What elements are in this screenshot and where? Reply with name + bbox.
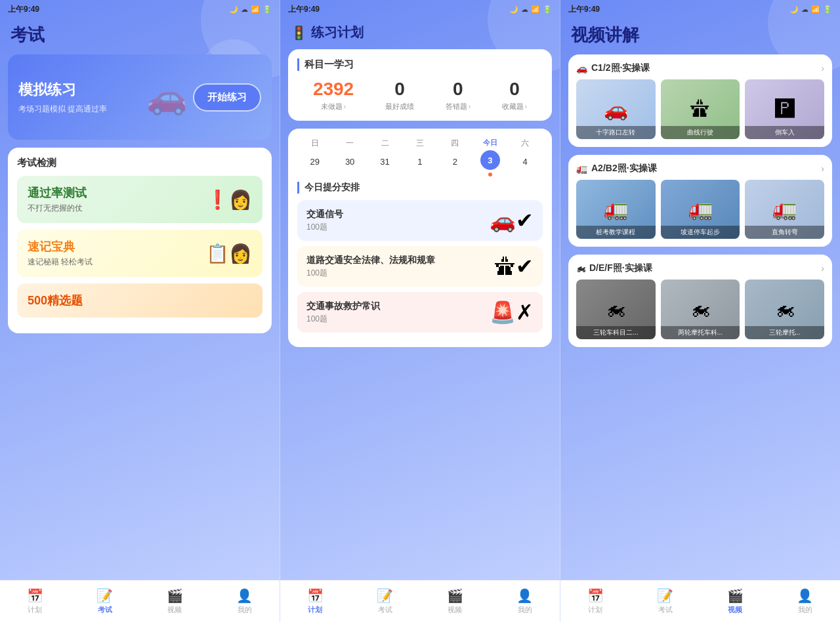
- schedule-traffic-signal[interactable]: 交通信号 100题 🚗✔: [297, 200, 543, 241]
- detection-item-memo[interactable]: 速记宝典 速记秘籍 轻松考试 📋👩: [17, 230, 262, 277]
- exam-content: 🚗 模拟练习 考场习题模拟 提高通过率 开始练习 考试检测 通过率测试 不打无把…: [0, 49, 280, 580]
- video-thumb-right-angle[interactable]: 🚛 直角转弯: [745, 180, 824, 239]
- nav-plan-1[interactable]: 📅 计划: [0, 588, 70, 615]
- nav-video-icon-3: 🎬: [727, 588, 744, 604]
- cal-day-mon[interactable]: 一 30: [338, 138, 362, 176]
- schedule-first-aid[interactable]: 交通事故救护常识 100题 🚨✗: [297, 292, 543, 333]
- bottom-nav-1: 📅 计划 📝 考试 🎬 视频 👤 我的: [0, 580, 280, 622]
- nav-plan-2[interactable]: 📅 计划: [280, 588, 350, 615]
- def-section-title: D/E/F照·实操课: [589, 262, 652, 274]
- nav-plan-3[interactable]: 📅 计划: [560, 588, 631, 615]
- schedule-signal-count: 100题: [306, 222, 343, 233]
- schedule-signal-text: 交通信号 100题: [306, 209, 343, 233]
- stat-wrong-value: 0: [446, 79, 471, 100]
- stat-wrong[interactable]: 0 答错题 ›: [446, 79, 471, 112]
- video-panel: 上午9:49 🌙 ☁ 📶 🔋 视频讲解 🚗 C1/2照·实操课 › 🚗: [560, 0, 840, 622]
- video-thumb-reverse[interactable]: 🅿 倒车入: [745, 79, 824, 139]
- nav-exam-label-3: 考试: [658, 605, 673, 615]
- cal-day-thu[interactable]: 四 2: [443, 138, 467, 176]
- c12-section-title: C1/2照·实操课: [591, 62, 650, 74]
- stat-undone[interactable]: 2392 未做题 ›: [313, 79, 354, 112]
- plan-title-row: 🚦 练习计划: [291, 24, 549, 41]
- detection-item-500[interactable]: 500精选题: [17, 283, 262, 318]
- stat-fav[interactable]: 0 收藏题 ›: [502, 79, 527, 112]
- video-thumb-curve[interactable]: 🛣 曲线行驶: [661, 79, 740, 139]
- c12-title-left: 🚗 C1/2照·实操课: [576, 62, 650, 74]
- video-thumb-tricycle[interactable]: 🏍 三轮车科目二...: [576, 280, 656, 339]
- cal-day-today[interactable]: 今日 3: [478, 138, 502, 176]
- status-bar-1: 上午9:49 🌙 ☁ 📶 🔋: [0, 0, 280, 18]
- video-section-c12: 🚗 C1/2照·实操课 › 🚗 十字路口左转 🛣 曲线行驶 🅿 倒车入: [568, 54, 832, 147]
- nav-video-2[interactable]: 🎬 视频: [420, 588, 490, 615]
- plan-title-text: 练习计划: [311, 24, 364, 41]
- nav-video-icon-1: 🎬: [167, 588, 183, 604]
- cal-day-wed[interactable]: 三 1: [408, 138, 432, 176]
- status-bar-3: 上午9:49 🌙 ☁ 📶 🔋: [560, 0, 840, 18]
- nav-my-icon-1: 👤: [236, 588, 253, 604]
- nav-video-icon-2: 🎬: [447, 588, 463, 604]
- a2b2-thumbnails: 🚛 桩考教学课程 🚛 坡道停车起步 🚛 直角转弯: [576, 180, 824, 239]
- calendar-row: 日 29 一 30 二 31 三 1 四 2: [297, 138, 543, 176]
- detection-pass-text: 通过率测试 不打无把握的仗: [28, 185, 87, 214]
- stat-best-label: 最好成绩: [385, 102, 414, 112]
- video-thumb-3wheel-moto[interactable]: 🏍 三轮摩托...: [745, 280, 824, 339]
- a2b2-arrow-icon[interactable]: ›: [821, 163, 824, 174]
- cal-name-today: 今日: [483, 138, 497, 148]
- curve-label: 曲线行驶: [661, 126, 740, 139]
- slope-label: 坡道停车起步: [661, 226, 740, 239]
- stat-undone-value: 2392: [313, 79, 354, 100]
- nav-plan-icon-3: 📅: [587, 588, 604, 604]
- subject1-card: 科目一学习 2392 未做题 › 0 最好成绩 0 答错题 › 0 收藏题 ›: [288, 49, 552, 121]
- cal-today-dot: [488, 173, 492, 176]
- hero-text: 模拟练习 考场习题模拟 提高通过率: [18, 80, 107, 115]
- bottom-nav-2: 📅 计划 📝 考试 🎬 视频 👤 我的: [280, 580, 560, 622]
- cal-num-thu: 2: [445, 152, 465, 171]
- detection-memo-icon: 📋👩: [206, 243, 252, 264]
- reverse-label: 倒车入: [745, 126, 824, 139]
- status-icons-2: 🌙 ☁ 📶 🔋: [509, 5, 552, 14]
- cal-num-tue: 31: [375, 152, 395, 171]
- def-arrow-icon[interactable]: ›: [821, 263, 824, 274]
- nav-my-3[interactable]: 👤 我的: [770, 588, 841, 615]
- video-thumb-stake[interactable]: 🚛 桩考教学课程: [576, 180, 656, 239]
- hero-practice-card[interactable]: 🚗 模拟练习 考场习题模拟 提高通过率 开始练习: [8, 54, 272, 140]
- schedule-law-text: 道路交通安全法律、法规和规章 100题: [306, 255, 435, 279]
- nav-my-label-1: 我的: [238, 605, 252, 615]
- stat-best[interactable]: 0 最好成绩: [385, 79, 414, 112]
- time-3: 上午9:49: [568, 4, 600, 15]
- cal-day-sun[interactable]: 日 29: [303, 138, 327, 176]
- plan-content: 科目一学习 2392 未做题 › 0 最好成绩 0 答错题 › 0 收藏题 ›: [280, 44, 560, 580]
- nav-exam-3[interactable]: 📝 考试: [631, 588, 701, 615]
- nav-video-1[interactable]: 🎬 视频: [140, 588, 210, 615]
- cal-name-sun: 日: [311, 138, 319, 149]
- video-thumb-2wheel[interactable]: 🏍 两轮摩托车科...: [661, 280, 740, 339]
- exam-title: 考试: [10, 24, 269, 47]
- detection-memo-text: 速记宝典 速记秘籍 轻松考试: [28, 239, 93, 268]
- schedule-aid-title: 交通事故救护常识: [306, 301, 380, 312]
- nav-my-2[interactable]: 👤 我的: [490, 588, 560, 615]
- a2b2-section-title: A2/B2照·实操课: [591, 163, 657, 175]
- nav-exam-1[interactable]: 📝 考试: [70, 588, 140, 615]
- video-thumb-intersection[interactable]: 🚗 十字路口左转: [576, 79, 656, 139]
- stat-undone-label: 未做题 ›: [313, 102, 354, 112]
- schedule-aid-icon: 🚨✗: [490, 300, 534, 325]
- schedule-signal-title: 交通信号: [306, 209, 343, 220]
- stake-label: 桩考教学课程: [576, 226, 656, 239]
- schedule-traffic-law[interactable]: 道路交通安全法律、法规和规章 100题 🛣✔: [297, 246, 543, 287]
- nav-video-label-3: 视频: [728, 605, 742, 615]
- nav-exam-2[interactable]: 📝 考试: [350, 588, 421, 615]
- today-schedule: 今日提分安排 交通信号 100题 🚗✔ 道路交通安全法律、法规和规章 100题 …: [297, 182, 543, 333]
- schedule-aid-text: 交通事故救护常识 100题: [306, 301, 380, 325]
- nav-my-1[interactable]: 👤 我的: [210, 588, 280, 615]
- nav-exam-icon-1: 📝: [96, 588, 113, 604]
- detection-item-pass[interactable]: 通过率测试 不打无把握的仗 ❗👩: [17, 176, 262, 223]
- nav-video-3[interactable]: 🎬 视频: [700, 588, 770, 615]
- a2b2-section-header: 🚛 A2/B2照·实操课 ›: [576, 163, 824, 175]
- detection-memo-title: 速记宝典: [28, 239, 93, 255]
- video-thumb-slope[interactable]: 🚛 坡道停车起步: [661, 180, 740, 239]
- cal-day-tue[interactable]: 二 31: [373, 138, 397, 176]
- start-practice-button[interactable]: 开始练习: [193, 83, 261, 112]
- detection-500-title: 500精选题: [28, 293, 252, 308]
- cal-day-sat[interactable]: 六 4: [513, 138, 537, 176]
- c12-arrow-icon[interactable]: ›: [821, 63, 824, 73]
